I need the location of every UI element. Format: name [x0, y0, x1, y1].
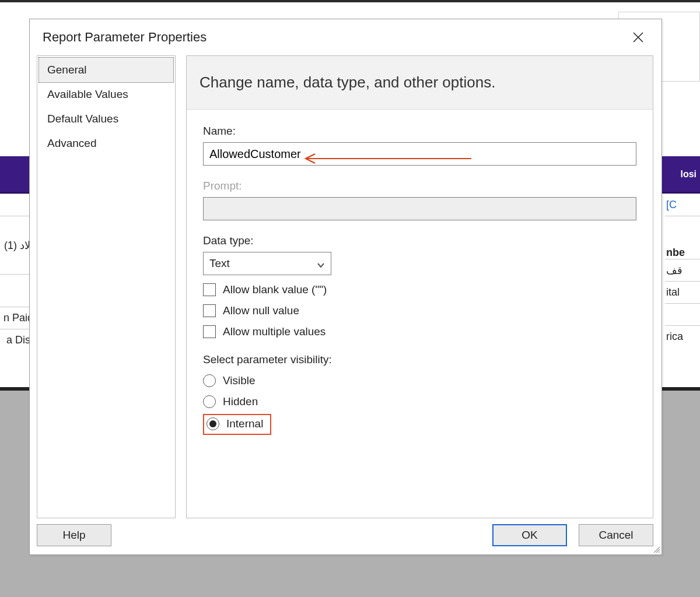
allow-null-checkbox-row[interactable]: Allow null value	[203, 304, 636, 317]
report-parameter-properties-dialog: Report Parameter Properties General Avai…	[29, 19, 662, 555]
dialog-body: General Available Values Default Values …	[30, 55, 662, 518]
prompt-label: Prompt:	[203, 180, 636, 192]
help-button[interactable]: Help	[37, 524, 111, 546]
radio-icon	[203, 395, 216, 408]
bg-right-row: قف	[665, 259, 700, 281]
sidebar-item-label: Advanced	[47, 137, 97, 149]
name-input[interactable]	[203, 142, 636, 166]
sidebar-item-available-values[interactable]: Available Values	[39, 82, 173, 107]
sidebar-item-label: Available Values	[47, 88, 128, 100]
dialog-title: Report Parameter Properties	[43, 30, 206, 45]
cancel-button[interactable]: Cancel	[579, 524, 653, 546]
data-type-select[interactable]: Text	[203, 252, 331, 275]
visibility-visible-radio[interactable]: Visible	[203, 374, 636, 387]
prompt-input	[203, 197, 636, 220]
dialog-titlebar: Report Parameter Properties	[30, 19, 662, 55]
checkbox-icon	[203, 283, 216, 296]
data-type-value: Text	[209, 257, 230, 270]
dialog-footer: Help OK Cancel	[30, 518, 662, 554]
allow-multiple-checkbox-row[interactable]: Allow multiple values	[203, 325, 636, 338]
chevron-down-icon	[317, 259, 325, 268]
bg-top-border	[0, 0, 700, 2]
resize-grip-icon[interactable]	[652, 545, 660, 553]
sidebar-item-general[interactable]: General	[38, 57, 174, 83]
sidebar-item-label: General	[47, 64, 87, 76]
bg-right-column: [C nbe قف ital rica	[665, 194, 700, 399]
data-type-label: Data type:	[203, 234, 636, 247]
checkbox-icon	[203, 325, 216, 338]
close-button[interactable]	[626, 26, 650, 49]
svg-line-5	[659, 552, 660, 553]
bg-right-row: [C	[665, 194, 700, 216]
panel-content: Name: Prompt: Data type: Text	[187, 110, 653, 447]
name-label: Name:	[203, 125, 636, 138]
radio-icon	[206, 417, 219, 430]
dialog-main-panel: Change name, data type, and other option…	[186, 55, 653, 518]
bg-right-row: rica	[665, 325, 700, 347]
visibility-hidden-radio[interactable]: Hidden	[203, 395, 636, 408]
visibility-internal-label: Internal	[226, 417, 263, 430]
ok-button[interactable]: OK	[492, 524, 567, 546]
name-field-group: Name:	[203, 125, 636, 166]
dialog-sidebar: General Available Values Default Values …	[37, 55, 176, 518]
visibility-visible-label: Visible	[223, 374, 256, 387]
allow-null-label: Allow null value	[223, 304, 299, 317]
close-icon	[632, 31, 644, 43]
visibility-radio-group: Visible Hidden Internal	[203, 374, 636, 435]
allow-multiple-label: Allow multiple values	[223, 325, 326, 338]
sidebar-item-advanced[interactable]: Advanced	[39, 131, 173, 156]
bg-right-row	[665, 303, 700, 325]
allow-blank-checkbox-row[interactable]: Allow blank value ("")	[203, 283, 636, 296]
allow-blank-label: Allow blank value ("")	[223, 283, 327, 296]
bg-purple-header-text: losi	[680, 169, 696, 180]
sidebar-item-label: Default Values	[47, 113, 118, 125]
sidebar-item-default-values[interactable]: Default Values	[39, 107, 173, 131]
panel-heading: Change name, data type, and other option…	[187, 56, 653, 110]
checkbox-icon	[203, 304, 216, 317]
visibility-heading: Select parameter visibility:	[203, 353, 636, 366]
radio-dot-icon	[209, 420, 216, 427]
visibility-hidden-label: Hidden	[223, 395, 258, 408]
visibility-internal-radio[interactable]: Internal	[203, 414, 271, 435]
bg-right-row: nbe	[665, 216, 700, 259]
bg-right-row: ital	[665, 281, 700, 303]
radio-icon	[203, 374, 216, 387]
